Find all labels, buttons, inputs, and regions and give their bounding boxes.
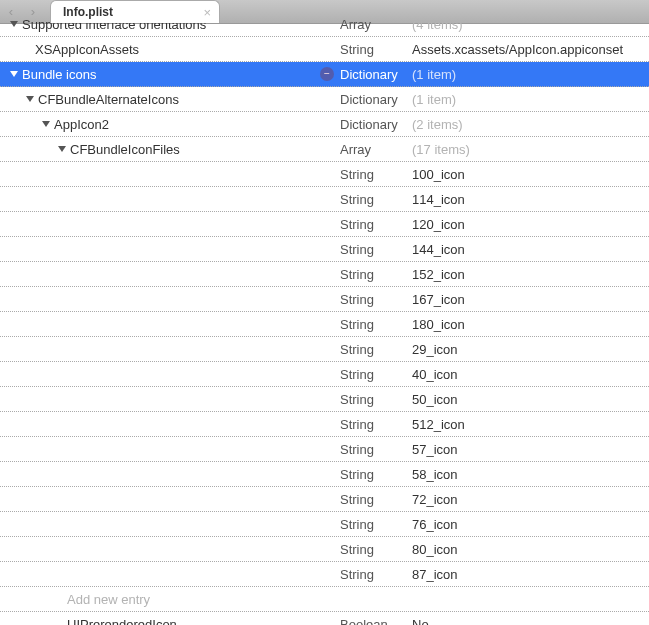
key-text: Bundle icons xyxy=(22,67,96,82)
chevron-down-icon[interactable] xyxy=(26,96,34,102)
table-row[interactable]: String512_icon xyxy=(0,412,649,437)
table-row[interactable]: String58_icon xyxy=(0,462,649,487)
key-text: CFBundleIconFiles xyxy=(70,142,180,157)
table-row[interactable]: String40_icon xyxy=(0,362,649,387)
table-row[interactable]: UIPrerenderedIconBooleanNo xyxy=(0,612,649,625)
cell-type[interactable]: String xyxy=(340,442,412,457)
cell-type[interactable]: Dictionary xyxy=(340,67,412,82)
key-text: XSAppIconAssets xyxy=(35,42,139,57)
table-row[interactable]: String152_icon xyxy=(0,262,649,287)
key-text: UIPrerenderedIcon xyxy=(67,617,177,626)
table-row[interactable]: XSAppIconAssetsStringAssets.xcassets/App… xyxy=(0,37,649,62)
table-row[interactable]: String87_icon xyxy=(0,562,649,587)
cell-value[interactable]: 57_icon xyxy=(412,442,649,457)
cell-type[interactable]: String xyxy=(340,542,412,557)
cell-value[interactable]: 152_icon xyxy=(412,267,649,282)
cell-type[interactable]: String xyxy=(340,417,412,432)
chevron-down-icon[interactable] xyxy=(58,146,66,152)
close-icon[interactable]: × xyxy=(203,5,211,20)
table-row[interactable]: String29_icon xyxy=(0,337,649,362)
table-row[interactable]: String80_icon xyxy=(0,537,649,562)
cell-value[interactable]: 58_icon xyxy=(412,467,649,482)
key-text: CFBundleAlternateIcons xyxy=(38,92,179,107)
cell-value[interactable]: 40_icon xyxy=(412,367,649,382)
cell-value[interactable]: 50_icon xyxy=(412,392,649,407)
cell-value[interactable]: 512_icon xyxy=(412,417,649,432)
cell-type[interactable]: String xyxy=(340,192,412,207)
cell-type[interactable]: String xyxy=(340,517,412,532)
cell-value[interactable]: 180_icon xyxy=(412,317,649,332)
chevron-down-icon[interactable] xyxy=(10,71,18,77)
cell-key[interactable]: Add new entry xyxy=(0,592,340,607)
cell-type[interactable]: String xyxy=(340,267,412,282)
table-row[interactable]: Add new entry xyxy=(0,587,649,612)
cell-value[interactable]: (17 items) xyxy=(412,142,649,157)
cell-value[interactable]: 76_icon xyxy=(412,517,649,532)
cell-type[interactable]: String xyxy=(340,42,412,57)
table-row[interactable]: String114_icon xyxy=(0,187,649,212)
cell-type[interactable]: String xyxy=(340,367,412,382)
cell-value[interactable]: No xyxy=(412,617,649,626)
cell-type[interactable]: String xyxy=(340,292,412,307)
cell-value[interactable]: (4 items) xyxy=(412,17,649,32)
table-row[interactable]: AppIcon2Dictionary(2 items) xyxy=(0,112,649,137)
table-row[interactable]: String57_icon xyxy=(0,437,649,462)
cell-value[interactable]: 167_icon xyxy=(412,292,649,307)
table-row[interactable]: Bundle icons−Dictionary(1 item) xyxy=(0,62,649,87)
cell-type[interactable]: String xyxy=(340,167,412,182)
table-row[interactable]: CFBundleAlternateIconsDictionary(1 item) xyxy=(0,87,649,112)
key-text: AppIcon2 xyxy=(54,117,109,132)
cell-value[interactable]: 87_icon xyxy=(412,567,649,582)
cell-key[interactable]: Bundle icons− xyxy=(0,67,340,82)
cell-type[interactable]: String xyxy=(340,217,412,232)
cell-value[interactable]: 72_icon xyxy=(412,492,649,507)
table-row[interactable]: String100_icon xyxy=(0,162,649,187)
cell-key[interactable]: CFBundleIconFiles xyxy=(0,142,340,157)
table-row[interactable]: String167_icon xyxy=(0,287,649,312)
cell-value[interactable]: 144_icon xyxy=(412,242,649,257)
cell-key[interactable]: AppIcon2 xyxy=(0,117,340,132)
cell-key[interactable]: UIPrerenderedIcon xyxy=(0,617,340,626)
cell-type[interactable]: String xyxy=(340,567,412,582)
plist-table: Supported interface orientationsArray(4 … xyxy=(0,12,649,625)
cell-type[interactable]: String xyxy=(340,392,412,407)
cell-type[interactable]: String xyxy=(340,467,412,482)
table-row[interactable]: CFBundleIconFilesArray(17 items) xyxy=(0,137,649,162)
cell-value[interactable]: Assets.xcassets/AppIcon.appiconset xyxy=(412,42,649,57)
cell-type[interactable]: Boolean xyxy=(340,617,412,626)
cell-value[interactable]: 29_icon xyxy=(412,342,649,357)
cell-type[interactable]: String xyxy=(340,242,412,257)
tab-title: Info.plist xyxy=(63,5,113,19)
cell-value[interactable]: (1 item) xyxy=(412,67,649,82)
cell-type[interactable]: String xyxy=(340,342,412,357)
cell-value[interactable]: 80_icon xyxy=(412,542,649,557)
table-row[interactable]: String180_icon xyxy=(0,312,649,337)
cell-type[interactable]: Dictionary xyxy=(340,92,412,107)
cell-type[interactable]: Array xyxy=(340,17,412,32)
cell-type[interactable]: Dictionary xyxy=(340,117,412,132)
cell-key[interactable]: XSAppIconAssets xyxy=(0,42,340,57)
tab-info-plist[interactable]: Info.plist × xyxy=(50,0,220,23)
chevron-down-icon[interactable] xyxy=(10,21,18,27)
cell-type[interactable]: Array xyxy=(340,142,412,157)
cell-type[interactable]: String xyxy=(340,492,412,507)
chevron-down-icon[interactable] xyxy=(42,121,50,127)
cell-key[interactable]: CFBundleAlternateIcons xyxy=(0,92,340,107)
cell-value[interactable]: 100_icon xyxy=(412,167,649,182)
table-row[interactable]: String50_icon xyxy=(0,387,649,412)
cell-value[interactable]: 114_icon xyxy=(412,192,649,207)
table-row[interactable]: String144_icon xyxy=(0,237,649,262)
cell-value[interactable]: 120_icon xyxy=(412,217,649,232)
table-row[interactable]: String76_icon xyxy=(0,512,649,537)
remove-icon[interactable]: − xyxy=(320,67,334,81)
cell-value[interactable]: (1 item) xyxy=(412,92,649,107)
placeholder-text: Add new entry xyxy=(67,592,150,607)
table-row[interactable]: String72_icon xyxy=(0,487,649,512)
table-row[interactable]: String120_icon xyxy=(0,212,649,237)
cell-value[interactable]: (2 items) xyxy=(412,117,649,132)
cell-type[interactable]: String xyxy=(340,317,412,332)
